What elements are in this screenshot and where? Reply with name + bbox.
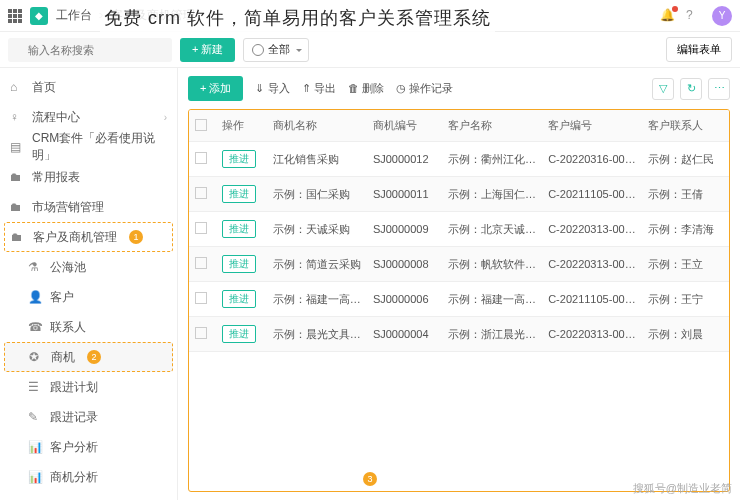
push-button[interactable]: 推进 xyxy=(222,220,256,238)
sidebar-item-13[interactable]: 📊商机分析 xyxy=(0,462,177,492)
sidebar-item-3[interactable]: 🖿常用报表 xyxy=(0,162,177,192)
sidebar-item-12[interactable]: 📊客户分析 xyxy=(0,432,177,462)
cell-cust: 示例：上海国仁有限… xyxy=(442,177,542,212)
apps-grid-icon[interactable] xyxy=(8,9,22,23)
cell-contact: 示例：李清海 xyxy=(642,212,729,247)
folder-icon: 🖿 xyxy=(10,170,24,184)
table-row[interactable]: 推进 江化销售采购 SJ0000012 示例：衢州江化集团 C-20220316… xyxy=(189,142,729,177)
settings-icon[interactable]: ⋯ xyxy=(708,78,730,100)
cell-name: 示例：天诚采购 xyxy=(267,212,367,247)
sidebar-item-7[interactable]: 👤客户 xyxy=(0,282,177,312)
table-row[interactable]: 推进 示例：福建一高3月订单 SJ0000006 示例：福建一高集团 C-202… xyxy=(189,282,729,317)
sidebar-item-1[interactable]: ♀流程中心› xyxy=(0,102,177,132)
cell-contact: 示例：赵仁民 xyxy=(642,142,729,177)
oplog-button[interactable]: ◷ 操作记录 xyxy=(396,81,453,96)
col-header-0[interactable] xyxy=(189,110,216,142)
cell-code: SJ0000011 xyxy=(367,177,442,212)
push-button[interactable]: 推进 xyxy=(222,290,256,308)
cell-ccode: C-20220313-0000002 xyxy=(542,212,642,247)
refresh-icon[interactable]: ↻ xyxy=(680,78,702,100)
sidebar-item-14[interactable]: 🖿产品报价管理 xyxy=(0,492,177,500)
callout-badge-2: 2 xyxy=(87,350,101,364)
table-row[interactable]: 推进 示例：国仁采购 SJ0000011 示例：上海国仁有限… C-202111… xyxy=(189,177,729,212)
sidebar-item-4[interactable]: 🖿市场营销管理 xyxy=(0,192,177,222)
sidebar-item-label: 商机 xyxy=(51,349,75,366)
sidebar-item-label: 商机分析 xyxy=(50,469,98,486)
push-button[interactable]: 推进 xyxy=(222,325,256,343)
crumb-workspace[interactable]: 工作台 xyxy=(56,8,92,22)
sidebar-item-9[interactable]: ✪商机2 xyxy=(4,342,173,372)
folder-icon: 🖿 xyxy=(10,200,24,214)
push-button[interactable]: 推进 xyxy=(222,255,256,273)
scope-dropdown[interactable]: 全部 xyxy=(243,38,309,62)
col-header-4[interactable]: 客户名称 xyxy=(442,110,542,142)
cell-ccode: C-20211105-0000004 xyxy=(542,282,642,317)
avatar[interactable]: Y xyxy=(712,6,732,26)
row-checkbox[interactable] xyxy=(195,327,207,339)
sidebar-item-5[interactable]: 🖿客户及商机管理1 xyxy=(4,222,173,252)
toolbar: 添加 ⇓ 导入 ⇑ 导出 🗑 删除 ◷ 操作记录 ▽ ↻ ⋯ xyxy=(188,76,730,101)
table-row[interactable]: 推进 示例：晨光文具设备… SJ0000004 示例：浙江晨光文具… C-202… xyxy=(189,317,729,352)
col-header-3[interactable]: 商机编号 xyxy=(367,110,442,142)
col-header-5[interactable]: 客户编号 xyxy=(542,110,642,142)
row-checkbox[interactable] xyxy=(195,292,207,304)
row-checkbox[interactable] xyxy=(195,152,207,164)
new-button[interactable]: 新建 xyxy=(180,38,235,62)
sidebar-item-10[interactable]: ☰跟进计划 xyxy=(0,372,177,402)
search-input[interactable] xyxy=(8,38,172,62)
cell-name: 示例：福建一高3月订单 xyxy=(267,282,367,317)
table-row[interactable]: 推进 示例：简道云采购 SJ0000008 示例：帆软软件有限公司 C-2022… xyxy=(189,247,729,282)
export-button[interactable]: ⇑ 导出 xyxy=(302,81,336,96)
sidebar-item-label: 跟进记录 xyxy=(50,409,98,426)
sidebar-item-2[interactable]: ▤CRM套件「必看使用说明」 xyxy=(0,132,177,162)
edit-form-button[interactable]: 编辑表单 xyxy=(666,37,732,62)
col-header-2[interactable]: 商机名称 xyxy=(267,110,367,142)
doc-icon: ▤ xyxy=(10,140,24,154)
row-checkbox[interactable] xyxy=(195,187,207,199)
chevron-right-icon: › xyxy=(164,112,167,123)
cell-name: 示例：简道云采购 xyxy=(267,247,367,282)
sidebar-item-11[interactable]: ✎跟进记录 xyxy=(0,402,177,432)
add-button[interactable]: 添加 xyxy=(188,76,243,101)
col-header-1[interactable]: 操作 xyxy=(216,110,267,142)
cell-code: SJ0000004 xyxy=(367,317,442,352)
filter-icon[interactable]: ▽ xyxy=(652,78,674,100)
opp-icon: ✪ xyxy=(29,350,43,364)
callout-badge-1: 1 xyxy=(129,230,143,244)
logo-icon: ◆ xyxy=(30,7,48,25)
cell-ccode: C-20220313-0000003 xyxy=(542,247,642,282)
table-container: 操作商机名称商机编号客户名称客户编号客户联系人 推进 江化销售采购 SJ0000… xyxy=(188,109,730,492)
main-panel: 添加 ⇓ 导入 ⇑ 导出 🗑 删除 ◷ 操作记录 ▽ ↻ ⋯ 操作商机名称商机编… xyxy=(178,68,740,500)
delete-button[interactable]: 🗑 删除 xyxy=(348,81,384,96)
sidebar-item-label: 公海池 xyxy=(50,259,86,276)
row-checkbox[interactable] xyxy=(195,257,207,269)
help-icon[interactable]: ? xyxy=(686,8,702,24)
home-icon: ⌂ xyxy=(10,80,24,94)
cell-code: SJ0000008 xyxy=(367,247,442,282)
sidebar-item-label: CRM套件「必看使用说明」 xyxy=(32,130,167,164)
sidebar-item-6[interactable]: ⚗公海池 xyxy=(0,252,177,282)
import-button[interactable]: ⇓ 导入 xyxy=(255,81,289,96)
row-checkbox[interactable] xyxy=(195,222,207,234)
col-header-6[interactable]: 客户联系人 xyxy=(642,110,729,142)
sidebar-item-label: 流程中心 xyxy=(32,109,80,126)
checkbox-all[interactable] xyxy=(195,119,207,131)
table-row[interactable]: 推进 示例：天诚采购 SJ0000009 示例：北京天诚软件… C-202203… xyxy=(189,212,729,247)
bell-icon[interactable]: 🔔 xyxy=(660,8,676,24)
folder-icon: 🖿 xyxy=(11,230,25,244)
cell-ccode: C-20220313-0000004 xyxy=(542,317,642,352)
sidebar-item-label: 客户及商机管理 xyxy=(33,229,117,246)
sidebar-item-label: 首页 xyxy=(32,79,56,96)
flow-icon: ♀ xyxy=(10,110,24,124)
sidebar-item-label: 市场营销管理 xyxy=(32,199,104,216)
push-button[interactable]: 推进 xyxy=(222,150,256,168)
sidebar-item-0[interactable]: ⌂首页 xyxy=(0,72,177,102)
cell-contact: 示例：王倩 xyxy=(642,177,729,212)
record-icon: ✎ xyxy=(28,410,42,424)
sidebar-item-8[interactable]: ☎联系人 xyxy=(0,312,177,342)
cell-cust: 示例：衢州江化集团 xyxy=(442,142,542,177)
cell-contact: 示例：王宁 xyxy=(642,282,729,317)
overlay-title: 免费 crm 软件，简单易用的客户关系管理系统 xyxy=(100,4,495,32)
push-button[interactable]: 推进 xyxy=(222,185,256,203)
sidebar-item-label: 客户分析 xyxy=(50,439,98,456)
